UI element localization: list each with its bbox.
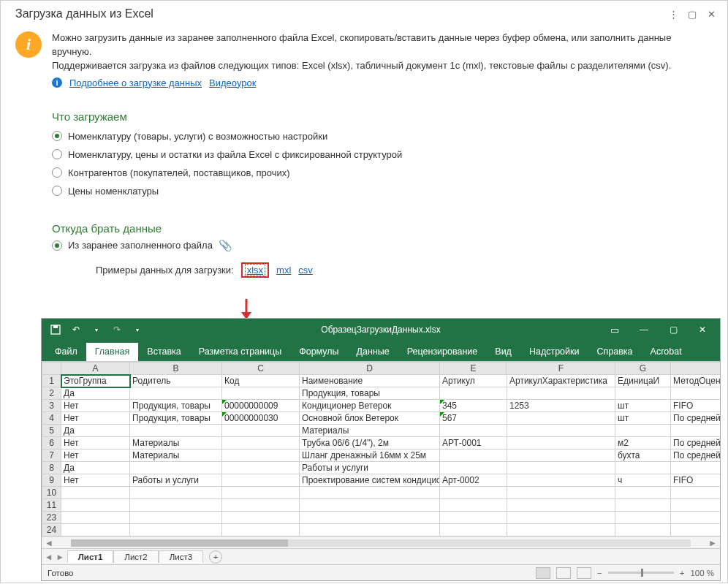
- radio-what-0[interactable]: [52, 131, 62, 141]
- cell-2-A[interactable]: Да: [61, 387, 130, 400]
- cell-1-B[interactable]: Родитель: [130, 375, 222, 387]
- cell-9-C[interactable]: [222, 474, 300, 487]
- undo-dropdown-icon[interactable]: ▾: [87, 321, 106, 338]
- cell-5-A[interactable]: Да: [61, 425, 130, 437]
- cell-6-F[interactable]: [507, 437, 615, 450]
- qat-customize-icon[interactable]: ▾: [128, 321, 147, 338]
- example-xlsx-link[interactable]: xlsx: [245, 264, 265, 276]
- cell-10-F[interactable]: [507, 487, 615, 499]
- cell-11-D[interactable]: [300, 499, 440, 512]
- cell-1-G[interactable]: ЕдиницаИ: [615, 375, 671, 387]
- cell-23-undefined[interactable]: [671, 512, 721, 524]
- cell-4-D[interactable]: Основной блок Ветерок: [300, 412, 440, 425]
- cell-8-D[interactable]: Работы и услуги: [300, 462, 440, 474]
- radio-source-file[interactable]: [52, 240, 62, 251]
- row-header-10[interactable]: 10: [42, 487, 61, 499]
- view-normal-icon[interactable]: [536, 567, 550, 579]
- cell-11-undefined[interactable]: [671, 499, 721, 512]
- sheet-nav-prev-icon[interactable]: ◄: [45, 553, 53, 561]
- sheet-tab-Лист2[interactable]: Лист2: [113, 550, 158, 563]
- cell-24-E[interactable]: [440, 524, 507, 536]
- row-header-24[interactable]: 24: [42, 524, 61, 536]
- cell-8-E[interactable]: [440, 462, 507, 474]
- cell-9-B[interactable]: Работы и услуги: [130, 474, 222, 487]
- kebab-icon[interactable]: ⋮: [666, 7, 680, 21]
- col-header-C[interactable]: C: [222, 363, 300, 375]
- radio-what-1[interactable]: [52, 149, 62, 159]
- paperclip-icon[interactable]: 📎: [219, 239, 232, 252]
- cell-3-B[interactable]: Продукция, товары: [130, 400, 222, 412]
- cell-11-E[interactable]: [440, 499, 507, 512]
- cell-10-undefined[interactable]: [671, 487, 721, 499]
- cell-2-E[interactable]: [440, 387, 507, 400]
- example-csv-link[interactable]: csv: [298, 265, 313, 276]
- new-sheet-button[interactable]: +: [209, 550, 222, 564]
- ribbon-tab-Рецензирование[interactable]: Рецензирование: [398, 343, 487, 361]
- cell-24-F[interactable]: [507, 524, 615, 536]
- cell-24-B[interactable]: [130, 524, 222, 536]
- row-header-6[interactable]: 6: [42, 437, 61, 450]
- ribbon-tab-Главная[interactable]: Главная: [86, 343, 139, 361]
- save-icon[interactable]: [46, 321, 65, 338]
- cell-2-B[interactable]: [130, 387, 222, 400]
- cell-6-G[interactable]: м2: [615, 437, 671, 450]
- cell-8-undefined[interactable]: [671, 462, 721, 474]
- radio-what-3[interactable]: [52, 186, 62, 196]
- cell-8-B[interactable]: [130, 462, 222, 474]
- restore-icon[interactable]: ▢: [659, 319, 688, 340]
- view-pagelayout-icon[interactable]: [556, 567, 571, 579]
- cell-6-D[interactable]: Трубка 06/6 (1/4"), 2м: [300, 437, 440, 450]
- cell-9-D[interactable]: Проектирование систем кондицио: [300, 474, 440, 487]
- ribbon-tab-Acrobat[interactable]: Acrobat: [642, 343, 691, 361]
- minimize-icon[interactable]: —: [629, 319, 659, 340]
- cell-2-D[interactable]: Продукция, товары: [300, 387, 440, 400]
- cell-1-E[interactable]: Артикул: [440, 375, 507, 387]
- cell-3-F[interactable]: 1253: [507, 400, 615, 412]
- cell-5-C[interactable]: [222, 425, 300, 437]
- zoom-in-button[interactable]: +: [680, 569, 685, 577]
- cell-3-D[interactable]: Кондиционер Ветерок: [300, 400, 440, 412]
- cell-9-G[interactable]: ч: [615, 474, 671, 487]
- sheet-tab-Лист3[interactable]: Лист3: [159, 550, 203, 563]
- cell-11-A[interactable]: [61, 499, 130, 512]
- row-header-8[interactable]: 8: [42, 462, 61, 474]
- row-header-2[interactable]: 2: [42, 387, 61, 400]
- row-header-1[interactable]: 1: [42, 375, 61, 387]
- cell-10-E[interactable]: [440, 487, 507, 499]
- col-header-G[interactable]: G: [615, 363, 671, 375]
- cell-24-G[interactable]: [615, 524, 671, 536]
- sheet-nav-next-icon[interactable]: ►: [56, 553, 64, 561]
- cell-5-G[interactable]: [615, 425, 671, 437]
- cell-9-undefined[interactable]: FIFO: [671, 474, 721, 487]
- cell-23-G[interactable]: [615, 512, 671, 524]
- cell-2-G[interactable]: [615, 387, 671, 400]
- cell-4-G[interactable]: шт: [615, 412, 671, 425]
- cell-23-B[interactable]: [130, 512, 222, 524]
- cell-9-A[interactable]: Нет: [61, 474, 130, 487]
- cell-8-C[interactable]: [222, 462, 300, 474]
- cell-7-B[interactable]: Материалы: [130, 450, 222, 462]
- col-header-F[interactable]: F: [507, 363, 615, 375]
- cell-2-C[interactable]: [222, 387, 300, 400]
- ribbon-tab-Файл[interactable]: Файл: [46, 343, 86, 361]
- cell-10-B[interactable]: [130, 487, 222, 499]
- cell-4-A[interactable]: Нет: [61, 412, 130, 425]
- cell-4-B[interactable]: Продукция, товары: [130, 412, 222, 425]
- row-header-4[interactable]: 4: [42, 412, 61, 425]
- cell-5-D[interactable]: Материалы: [300, 425, 440, 437]
- cell-11-C[interactable]: [222, 499, 300, 512]
- redo-icon[interactable]: ↷: [107, 321, 126, 338]
- col-header-A[interactable]: A: [61, 363, 130, 375]
- video-link[interactable]: Видеоурок: [209, 77, 256, 88]
- cell-6-B[interactable]: Материалы: [130, 437, 222, 450]
- cell-6-C[interactable]: [222, 437, 300, 450]
- cell-4-F[interactable]: [507, 412, 615, 425]
- cell-3-E[interactable]: 345: [440, 400, 507, 412]
- cell-3-C[interactable]: 00000000009: [222, 400, 300, 412]
- zoom-out-button[interactable]: −: [597, 569, 602, 577]
- close-icon[interactable]: ✕: [704, 7, 718, 21]
- col-header-E[interactable]: E: [440, 363, 507, 375]
- ribbon-tab-Вставка[interactable]: Вставка: [138, 343, 189, 361]
- row-header-7[interactable]: 7: [42, 450, 61, 462]
- radio-what-2[interactable]: [52, 167, 62, 178]
